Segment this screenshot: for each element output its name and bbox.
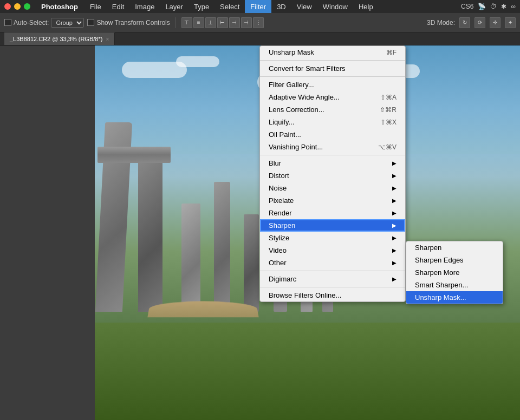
3d-roll-icon[interactable]: ⟳: [474, 17, 485, 28]
menu-video[interactable]: Video ▶: [260, 244, 405, 257]
submenu-sharpen-more[interactable]: Sharpen More: [406, 266, 503, 279]
submenu-sharpen-edges[interactable]: Sharpen Edges: [406, 254, 503, 266]
menu-noise[interactable]: Noise ▶: [260, 182, 405, 194]
vanishing-point-label: Vanishing Point...: [269, 143, 367, 151]
lens-correction-shortcut: ⇧⌘R: [380, 106, 396, 114]
align-icons: ⊤ ≡ ⊥ ⊢ ⊣ ⊣ ⋮: [181, 17, 264, 28]
liquify-shortcut: ⇧⌘X: [380, 119, 396, 126]
menu-bar-right: CS6 📡 ⏱ ✱ ∞: [461, 3, 520, 10]
browse-label: Browse Filters Online...: [269, 291, 396, 299]
3d-pan-icon[interactable]: ✛: [490, 17, 500, 28]
menu-stylize[interactable]: Stylize ▶: [260, 232, 405, 244]
auto-select-dropdown[interactable]: Group Layer: [51, 18, 84, 28]
menu-digimarc[interactable]: Digimarc ▶: [260, 273, 405, 285]
separator-4: [260, 271, 405, 271]
fullscreen-button[interactable]: [24, 3, 30, 10]
video-arrow: ▶: [392, 247, 396, 253]
menu-filter[interactable]: Filter: [245, 0, 271, 13]
menu-layer[interactable]: Layer: [160, 0, 188, 13]
menu-bar: Photoshop File Edit Image Layer Type Sel…: [0, 0, 520, 13]
pixelate-label: Pixelate: [269, 196, 388, 205]
adaptive-wide-shortcut: ⇧⌘A: [380, 94, 396, 101]
menu-adaptive-wide[interactable]: Adaptive Wide Angle... ⇧⌘A: [260, 91, 405, 103]
3d-slide-icon[interactable]: ✦: [505, 17, 516, 28]
align-center-icon[interactable]: ⊣: [229, 17, 240, 28]
tab-close-button[interactable]: ×: [106, 36, 109, 42]
unsharp-mask-sub-label: Unsharp Mask...: [415, 293, 466, 301]
unsharp-mask-label: Unsharp Mask: [269, 48, 375, 56]
separator-2: [260, 76, 405, 77]
tab-bar: _L3B8812.CR2 @ 33,3% (RGB/8*) ×: [0, 32, 520, 45]
pixelate-arrow: ▶: [392, 198, 396, 204]
3d-rotate-icon[interactable]: ↻: [459, 17, 470, 28]
minimize-button[interactable]: [14, 3, 21, 10]
submenu-unsharp-mask[interactable]: Unsharp Mask...: [406, 291, 503, 304]
menu-image[interactable]: Image: [129, 0, 160, 13]
menu-filter-gallery[interactable]: Filter Gallery...: [260, 78, 405, 91]
adaptive-wide-label: Adaptive Wide Angle...: [269, 93, 369, 101]
separator-3: [260, 155, 405, 155]
menu-select[interactable]: Select: [214, 0, 245, 13]
blur-label: Blur: [269, 159, 388, 167]
stone-2: [138, 160, 162, 312]
sharpen-edges-label: Sharpen Edges: [415, 256, 464, 264]
menu-vanishing-point[interactable]: Vanishing Point... ⌥⌘V: [260, 141, 405, 153]
menu-help[interactable]: Help: [353, 0, 379, 13]
menu-lens-correction[interactable]: Lens Correction... ⇧⌘R: [260, 103, 405, 116]
submenu-smart-sharpen[interactable]: Smart Sharpen...: [406, 279, 503, 291]
main-area: Unsharp Mask ⌘F Convert for Smart Filter…: [0, 45, 520, 420]
lintel-1: [98, 147, 171, 163]
3d-mode-area: 3D Mode: ↻ ⟳ ✛ ✦: [427, 17, 516, 28]
align-left-icon[interactable]: ⊢: [217, 17, 228, 28]
stylize-arrow: ▶: [392, 235, 396, 241]
document-tab[interactable]: _L3B8812.CR2 @ 33,3% (RGB/8*) ×: [4, 32, 115, 45]
show-transform-label: Show Transform Controls: [96, 19, 170, 27]
menu-type[interactable]: Type: [188, 0, 214, 13]
broadcast-icon: 📡: [478, 3, 486, 10]
3d-mode-label: 3D Mode:: [427, 19, 455, 27]
align-top-icon[interactable]: ⊤: [181, 17, 192, 28]
toolbar: Auto-Select: Group Layer Show Transform …: [0, 13, 520, 32]
menu-unsharp-mask-top[interactable]: Unsharp Mask ⌘F: [260, 46, 405, 58]
app-name: Photoshop: [35, 0, 84, 13]
menu-window[interactable]: Window: [317, 0, 353, 13]
sharpen-item-label: Sharpen: [415, 244, 441, 252]
lens-correction-label: Lens Correction...: [269, 106, 369, 114]
menu-sharpen[interactable]: Sharpen ▶: [260, 219, 405, 232]
menu-distort[interactable]: Distort ▶: [260, 169, 405, 182]
stone-3: [181, 204, 200, 312]
show-transform-checkbox[interactable]: [87, 19, 94, 26]
menu-browse[interactable]: Browse Filters Online...: [260, 289, 405, 301]
menu-view[interactable]: View: [291, 0, 317, 13]
menu-3d[interactable]: 3D: [271, 0, 291, 13]
menu-convert-smart[interactable]: Convert for Smart Filters: [260, 62, 405, 75]
align-right-icon[interactable]: ⊣: [241, 17, 252, 28]
align-middle-icon[interactable]: ≡: [193, 17, 204, 28]
auto-select-checkbox[interactable]: [4, 19, 11, 26]
other-arrow: ▶: [392, 260, 396, 266]
menu-other[interactable]: Other ▶: [260, 257, 405, 269]
blur-arrow: ▶: [392, 160, 396, 166]
align-bottom-icon[interactable]: ⊥: [205, 17, 216, 28]
menu-liquify[interactable]: Liquify... ⇧⌘X: [260, 116, 405, 128]
path: [147, 301, 258, 318]
noise-arrow: ▶: [392, 185, 396, 191]
video-label: Video: [269, 246, 388, 254]
distort-arrow: ▶: [392, 173, 396, 179]
oil-paint-label: Oil Paint...: [269, 130, 396, 139]
menu-render[interactable]: Render ▶: [260, 207, 405, 219]
render-label: Render: [269, 209, 388, 217]
cloud-2: [176, 56, 219, 67]
close-button[interactable]: [4, 3, 11, 10]
menu-pixelate[interactable]: Pixelate ▶: [260, 194, 405, 207]
stylize-label: Stylize: [269, 234, 388, 242]
menu-blur[interactable]: Blur ▶: [260, 157, 405, 169]
distort-label: Distort: [269, 172, 388, 180]
submenu-sharpen[interactable]: Sharpen: [406, 241, 503, 254]
distribute-icon[interactable]: ⋮: [253, 17, 264, 28]
separator-1: [260, 60, 405, 61]
menu-file[interactable]: File: [84, 0, 107, 13]
menu-edit[interactable]: Edit: [107, 0, 129, 13]
menu-oil-paint[interactable]: Oil Paint...: [260, 128, 405, 141]
version-badge: CS6: [461, 3, 473, 10]
